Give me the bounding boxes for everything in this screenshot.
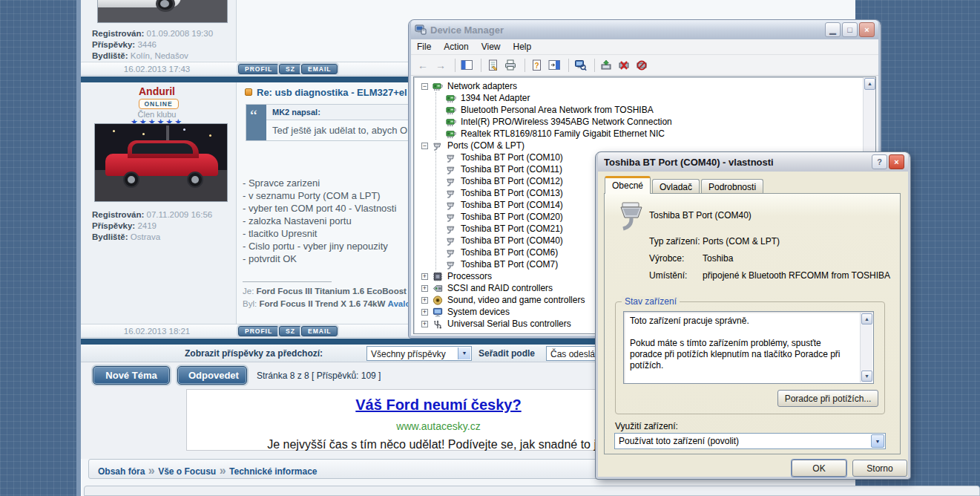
troubleshoot-button[interactable]: Poradce při potížích... <box>777 390 878 407</box>
desktop: { "icons": { "minus": "−", "plus": "+", … <box>0 0 980 496</box>
back-icon[interactable]: ← <box>415 59 430 72</box>
help-button[interactable]: ? <box>872 154 887 169</box>
network-adapters-children: 1394 Net Adapter Bluetooth Personal Area… <box>435 92 875 140</box>
post-date: 16.02.2013 18:21 <box>81 327 233 336</box>
toolbar: ← → ? <box>411 55 878 76</box>
print-icon[interactable] <box>503 59 518 72</box>
manufacturer-label: Výrobce: <box>649 253 684 264</box>
tree-node-network-adapters[interactable]: − Network adapters <box>421 80 875 92</box>
tree-node-device[interactable]: 1394 Net Adapter <box>436 92 875 104</box>
port-icon <box>445 176 457 187</box>
update-driver-icon[interactable] <box>599 59 614 72</box>
show-posts-select[interactable]: Všechny příspěvky ▼ <box>366 346 472 361</box>
network-adapter-icon <box>445 117 457 128</box>
post-title[interactable]: Re: usb diagnostika - ELM327+el <box>245 87 407 98</box>
help-icon[interactable]: ? <box>529 59 544 72</box>
tree-node-device[interactable]: Intel(R) PRO/Wireless 3945ABG Network Co… <box>436 116 875 128</box>
network-adapter-icon <box>432 81 444 92</box>
cancel-button[interactable]: Storno <box>852 460 907 477</box>
scroll-up-icon[interactable]: ▲ <box>864 78 875 90</box>
scroll-up-icon[interactable]: ▲ <box>861 313 872 324</box>
new-topic-button[interactable]: Nové Téma <box>93 366 170 385</box>
collapse-icon[interactable]: − <box>421 83 428 90</box>
expand-icon[interactable]: + <box>421 321 428 327</box>
posts-row: Příspěvky: 3446 <box>92 40 157 49</box>
serial-connector-icon <box>616 201 646 234</box>
port-icon <box>445 164 457 175</box>
network-adapter-icon <box>445 93 457 104</box>
tab-driver[interactable]: Ovladač <box>652 179 700 194</box>
post-line: - vyber ten COM port 40 - Vlastnosti <box>243 203 396 214</box>
disable-device-icon[interactable] <box>616 59 631 72</box>
device-status-group: Stav zařízení Toto zařízení pracuje sprá… <box>615 301 885 414</box>
scroll-down-icon[interactable]: ▼ <box>861 371 872 382</box>
device-manager-titlebar[interactable]: Device Manager ▁ □ × <box>411 20 878 39</box>
breadcrumb-category[interactable]: Vše o Focusu <box>158 466 216 477</box>
properties-icon[interactable] <box>485 59 500 72</box>
registered-row: Registrován: 01.09.2008 19:30 <box>92 29 213 38</box>
menu-help[interactable]: Help <box>513 42 532 52</box>
tree-node-ports[interactable]: − Ports (COM & LPT) <box>421 140 875 151</box>
private-message-button[interactable]: SZ <box>279 326 302 336</box>
dialog-titlebar[interactable]: Toshiba BT Port (COM40) - vlastnosti ? × <box>598 152 908 172</box>
processor-icon <box>432 271 444 282</box>
menu-view[interactable]: View <box>481 42 501 52</box>
port-icon <box>445 247 457 258</box>
post-line: - potvrdit OK <box>243 253 297 264</box>
expand-icon[interactable]: + <box>421 285 428 292</box>
close-button[interactable]: × <box>859 22 875 37</box>
expand-icon[interactable]: + <box>421 297 428 304</box>
toggle-details-pane-icon[interactable] <box>547 59 562 72</box>
maximize-button[interactable]: □ <box>842 22 858 37</box>
device-status-text[interactable]: Toto zařízení pracuje správně. Pokud mát… <box>623 311 874 384</box>
tree-node-device[interactable]: Bluetooth Personal Area Network from TOS… <box>436 104 875 116</box>
port-icon <box>445 152 457 163</box>
email-button[interactable]: EMAIL <box>301 64 338 74</box>
post-line: - tlacitko Upresnit <box>243 228 317 239</box>
post-line: - Spravce zarizeni <box>243 177 320 189</box>
location-label: Umístění: <box>649 270 687 281</box>
port-icon <box>445 212 457 223</box>
port-icon <box>445 223 457 235</box>
toggle-console-tree-icon[interactable] <box>459 59 474 72</box>
registered-row: Registrován: 07.11.2009 16:56 <box>92 210 212 219</box>
status-scrollbar[interactable]: ▲ ▼ <box>860 313 872 382</box>
dropdown-arrow-icon[interactable]: ▼ <box>458 347 470 359</box>
tab-details[interactable]: Podrobnosti <box>701 179 763 194</box>
profile-button[interactable]: PROFIL <box>238 326 279 336</box>
post-prev-user-column: Registrován: 01.09.2008 19:30 Příspěvky:… <box>81 0 237 61</box>
location-row: Bydliště: Kolín, Nedašov <box>92 51 188 60</box>
breadcrumb-forum-index[interactable]: Obsah fóra <box>98 466 145 477</box>
system-devices-icon <box>432 307 444 318</box>
expand-icon[interactable]: + <box>421 309 428 316</box>
tab-general[interactable]: Obecné <box>605 176 651 194</box>
scan-hardware-changes-icon[interactable] <box>573 59 588 72</box>
dropdown-arrow-icon[interactable]: ▼ <box>871 434 884 448</box>
menu-bar: File Action View Help <box>411 39 878 55</box>
dialog-title: Toshiba BT Port (COM40) - vlastnosti <box>604 157 870 168</box>
avatar-red-car <box>94 123 228 202</box>
ok-button[interactable]: OK <box>792 460 846 477</box>
minimize-button[interactable]: ▁ <box>825 22 841 37</box>
menu-file[interactable]: File <box>417 42 431 52</box>
network-adapter-icon <box>445 105 457 116</box>
forward-icon[interactable]: → <box>433 59 448 72</box>
breadcrumb-section[interactable]: Technické informace <box>229 466 318 477</box>
sort-by-label: Seřadit podle <box>479 348 535 359</box>
tree-node-device[interactable]: Realtek RTL8169/8110 Family Gigabit Ethe… <box>436 128 875 140</box>
email-button[interactable]: EMAIL <box>301 326 338 336</box>
username-link[interactable]: Anduril <box>81 85 233 97</box>
sound-device-icon <box>432 295 444 306</box>
ad-title-link[interactable]: Váš Ford neumí česky? <box>355 397 521 413</box>
uninstall-device-icon[interactable] <box>634 59 649 72</box>
menu-action[interactable]: Action <box>444 42 468 52</box>
close-button[interactable]: × <box>889 154 904 169</box>
post-line: - zalozka Nastaveni portu <box>243 215 352 226</box>
private-message-button[interactable]: SZ <box>279 64 302 74</box>
reply-button[interactable]: Odpovedet <box>177 366 247 385</box>
device-usage-combobox[interactable]: Používat toto zařízení (povolit) ▼ <box>614 433 886 449</box>
collapse-icon[interactable]: − <box>421 143 428 149</box>
expand-icon[interactable]: + <box>421 273 428 280</box>
svg-text:?: ? <box>534 61 539 69</box>
profile-button[interactable]: PROFIL <box>238 64 279 74</box>
